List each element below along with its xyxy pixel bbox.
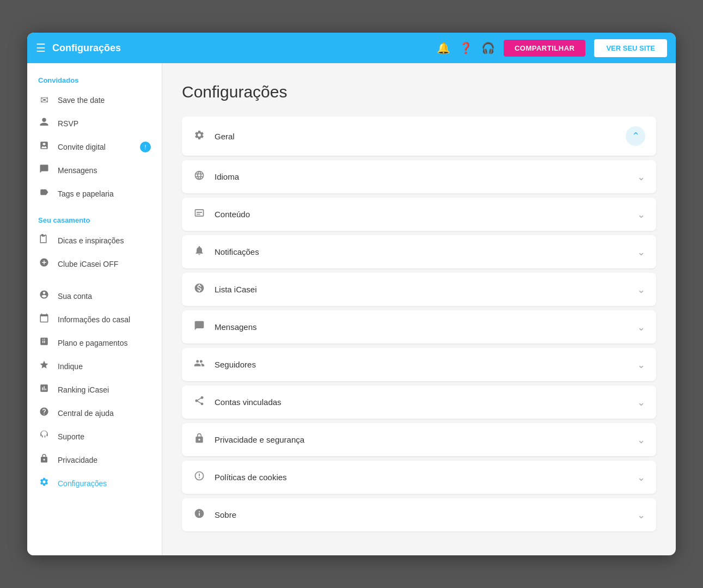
sidebar-label-mensagens: Mensagens [58, 166, 151, 175]
notificacoes-chevron-icon: ⌄ [637, 246, 645, 258]
accordion-header-lista-icasei[interactable]: Lista iCasei ⌄ [182, 273, 656, 306]
accordion-header-mensagens[interactable]: Mensagens ⌄ [182, 310, 656, 344]
sidebar-item-convite-digital[interactable]: Convite digital ! [27, 135, 162, 158]
sidebar: Convidados ✉ Save the date RSVP Convite … [27, 63, 162, 555]
sidebar-label-configuracoes: Configurações [58, 479, 151, 488]
sidebar-label-tags-e-papelaria: Tags e papelaria [58, 189, 151, 198]
share-button[interactable]: COMPARTILHAR [504, 40, 585, 57]
sidebar-item-configuracoes[interactable]: Configurações [27, 471, 162, 495]
lista-icasei-icon [193, 283, 206, 296]
sidebar-item-suporte[interactable]: Suporte [27, 425, 162, 448]
accordion-header-privacidade-e-seguranca[interactable]: Privacidade e segurança ⌄ [182, 423, 656, 456]
sidebar-item-ranking-icasei[interactable]: Ranking iCasei [27, 378, 162, 401]
sidebar-label-central-de-ajuda: Central de ajuda [58, 409, 151, 418]
sidebar-label-save-the-date: Save the date [58, 96, 151, 105]
geral-label: Geral [215, 132, 617, 141]
view-site-button[interactable]: VER SEU SITE [594, 39, 667, 57]
sidebar-item-indique[interactable]: Indique [27, 354, 162, 378]
sobre-icon [193, 508, 206, 522]
support-sidebar-icon [38, 430, 50, 443]
accordion-seguidores: Seguidores ⌄ [182, 348, 656, 381]
idioma-label: Idioma [215, 172, 628, 181]
notificacoes-icon [193, 245, 206, 259]
sidebar-item-rsvp[interactable]: RSVP [27, 112, 162, 135]
seguidores-label: Seguidores [215, 360, 628, 369]
accordion-contas-vinculadas: Contas vinculadas ⌄ [182, 385, 656, 419]
contas-vinculadas-icon [193, 395, 206, 409]
privacidade-e-seguranca-label: Privacidade e segurança [215, 435, 628, 444]
privacy-icon [38, 454, 50, 466]
support-icon[interactable]: 🎧 [481, 41, 495, 54]
contas-vinculadas-chevron-icon: ⌄ [637, 396, 645, 408]
politicas-de-cookies-icon [193, 470, 206, 484]
plan-payments-icon [38, 336, 50, 349]
sidebar-item-tags-e-papelaria[interactable]: Tags e papelaria [27, 182, 162, 205]
sidebar-label-privacidade: Privacidade [58, 456, 151, 464]
main-content: Configurações Geral ⌃ Idioma [162, 63, 676, 555]
person-icon [38, 117, 50, 130]
sidebar-item-privacidade[interactable]: Privacidade [27, 448, 162, 471]
club-icon [38, 258, 50, 270]
sidebar-label-clube-icasei-off: Clube iCasei OFF [58, 260, 151, 268]
mensagens-acc-label: Mensagens [215, 322, 628, 332]
sidebar-item-dicas-e-inspiracoes[interactable]: Dicas e inspirações [27, 229, 162, 252]
privacidade-e-seguranca-chevron-icon: ⌄ [637, 434, 645, 446]
seguidores-chevron-icon: ⌄ [637, 359, 645, 371]
messages-icon [38, 164, 50, 176]
sidebar-label-informacoes-do-casal: Informações do casal [58, 315, 151, 324]
accordion-mensagens: Mensagens ⌄ [182, 310, 656, 344]
sidebar-item-save-the-date[interactable]: ✉ Save the date [27, 89, 162, 112]
sidebar-label-convite-digital: Convite digital [58, 143, 132, 151]
account-icon [38, 290, 50, 302]
accordion-header-politicas-de-cookies[interactable]: Políticas de cookies ⌄ [182, 461, 656, 494]
sidebar-item-clube-icasei-off[interactable]: Clube iCasei OFF [27, 252, 162, 275]
header: ☰ Configurações 🔔 ❓ 🎧 COMPARTILHAR VER S… [27, 33, 676, 63]
tags-icon [38, 187, 50, 200]
accordion-header-seguidores[interactable]: Seguidores ⌄ [182, 348, 656, 381]
conteudo-icon [193, 207, 206, 221]
tips-icon [38, 234, 50, 247]
accordion-sobre: Sobre ⌄ [182, 498, 656, 531]
mensagens-acc-icon [193, 320, 206, 334]
ranking-icon [38, 383, 50, 396]
sidebar-item-sua-conta[interactable]: Sua conta [27, 284, 162, 308]
accordion-header-notificacoes[interactable]: Notificações ⌄ [182, 235, 656, 268]
sidebar-section-wedding: Seu casamento [27, 214, 162, 229]
header-title: Configurações [52, 42, 430, 54]
page-title: Configurações [182, 83, 656, 101]
sidebar-item-informacoes-do-casal[interactable]: Informações do casal [27, 308, 162, 331]
couple-info-icon [38, 313, 50, 326]
convite-digital-badge: ! [140, 142, 151, 152]
envelope-icon: ✉ [38, 94, 50, 106]
sidebar-section-guests: Convidados [27, 74, 162, 89]
contas-vinculadas-label: Contas vinculadas [215, 397, 628, 407]
seguidores-icon [193, 358, 206, 371]
privacidade-e-seguranca-icon [193, 433, 206, 446]
accordion-header-sobre[interactable]: Sobre ⌄ [182, 498, 656, 531]
sidebar-item-central-de-ajuda[interactable]: Central de ajuda [27, 401, 162, 425]
menu-icon[interactable]: ☰ [36, 41, 46, 54]
accordion-lista-icasei: Lista iCasei ⌄ [182, 273, 656, 306]
sidebar-item-plano-e-pagamentos[interactable]: Plano e pagamentos [27, 331, 162, 354]
accordion-header-conteudo[interactable]: Conteúdo ⌄ [182, 198, 656, 231]
sidebar-label-plano-e-pagamentos: Plano e pagamentos [58, 339, 151, 347]
header-icons: 🔔 ❓ 🎧 COMPARTILHAR VER SEU SITE [437, 39, 667, 57]
sidebar-label-dicas-e-inspiracoes: Dicas e inspirações [58, 236, 151, 245]
digital-invite-icon [38, 140, 50, 153]
accordion-notificacoes: Notificações ⌄ [182, 235, 656, 268]
help-icon[interactable]: ❓ [459, 41, 473, 54]
idioma-icon [193, 170, 206, 183]
accordion-header-idioma[interactable]: Idioma ⌄ [182, 160, 656, 193]
conteudo-label: Conteúdo [215, 210, 628, 219]
geral-chevron-icon: ⌃ [626, 126, 645, 146]
idioma-chevron-icon: ⌄ [637, 171, 645, 183]
bell-icon[interactable]: 🔔 [437, 41, 450, 54]
politicas-de-cookies-label: Políticas de cookies [215, 473, 628, 482]
accordion-idioma: Idioma ⌄ [182, 160, 656, 193]
lista-icasei-chevron-icon: ⌄ [637, 284, 645, 296]
conteudo-chevron-icon: ⌄ [637, 209, 645, 220]
politicas-de-cookies-chevron-icon: ⌄ [637, 471, 645, 483]
accordion-header-contas-vinculadas[interactable]: Contas vinculadas ⌄ [182, 385, 656, 419]
accordion-header-geral[interactable]: Geral ⌃ [182, 117, 656, 156]
sidebar-item-mensagens[interactable]: Mensagens [27, 158, 162, 182]
